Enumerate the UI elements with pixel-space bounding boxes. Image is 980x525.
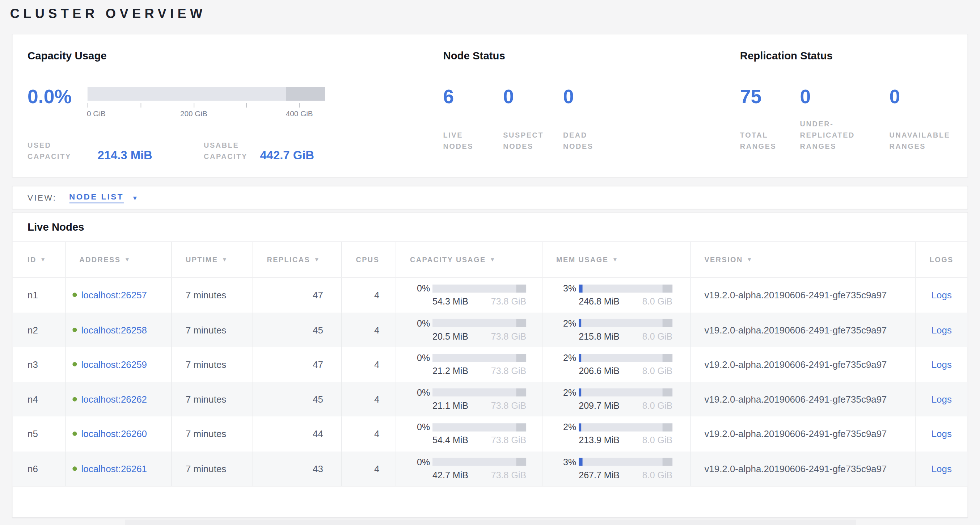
node-id: n4 [13, 381, 65, 416]
table-header-row: ID▼ ADDRESS▼ UPTIME▼ REPLICAS▼ CPUS CAPA… [13, 241, 968, 278]
node-version: v19.2.0-alpha.20190606-2491-gfe735c9a97 [690, 313, 915, 347]
sort-caret-icon: ▼ [124, 256, 131, 263]
node-live-status-icon [72, 466, 77, 471]
node-id: n1 [13, 278, 65, 313]
logs-link[interactable]: Logs [932, 428, 952, 439]
cluster-overview-page: CLUSTER OVERVIEW Capacity Usage 0.0% [0, 0, 980, 525]
capacity-bar-reserved-segment [286, 87, 325, 101]
capacity-bar-track [88, 87, 325, 101]
column-header-address[interactable]: ADDRESS▼ [65, 242, 172, 277]
node-mem-usage: 2% 209.7 MiB8.0 GiB [542, 381, 690, 416]
mem-usage-bar [579, 388, 672, 396]
capacity-axis: 0 GiB 200 GiB 400 GiB [88, 101, 325, 126]
node-live-status-icon [72, 362, 77, 366]
sort-caret-icon: ▼ [746, 256, 753, 263]
node-mem-usage: 3% 267.7 MiB8.0 GiB [542, 451, 690, 486]
live-nodes-table: ID▼ ADDRESS▼ UPTIME▼ REPLICAS▼ CPUS CAPA… [13, 241, 968, 487]
node-replicas: 45 [253, 313, 341, 347]
logs-link[interactable]: Logs [932, 290, 952, 300]
node-status-heading: Node Status [443, 49, 632, 63]
suspect-nodes-stat: 0 SUSPECT NODES [503, 87, 563, 152]
logs-link[interactable]: Logs [932, 394, 952, 404]
column-header-capacity-usage[interactable]: CAPACITY USAGE▼ [396, 242, 542, 277]
sort-caret-icon: ▼ [612, 256, 619, 263]
node-cpus: 4 [341, 451, 396, 486]
column-header-uptime[interactable]: UPTIME▼ [171, 242, 253, 277]
capacity-used-percent: 0.0% [27, 87, 88, 126]
sort-caret-icon: ▼ [490, 256, 496, 263]
dead-nodes-stat: 0 DEAD NODES [563, 87, 632, 152]
logs-link[interactable]: Logs [932, 463, 952, 474]
node-capacity-usage: 0% 20.5 MiB73.8 GiB [396, 313, 542, 347]
node-live-status-icon [72, 397, 77, 401]
node-capacity-usage: 0% 54.3 MiB73.8 GiB [396, 278, 542, 313]
node-version: v19.2.0-alpha.20190606-2491-gfe735c9a97 [690, 381, 915, 416]
node-replicas: 44 [253, 416, 341, 451]
node-replicas: 47 [253, 347, 341, 382]
capacity-usage-bar [433, 423, 526, 431]
node-address-link[interactable]: localhost:26258 [81, 324, 147, 335]
node-cpus: 4 [341, 381, 396, 416]
mem-usage-bar [579, 319, 672, 327]
node-version: v19.2.0-alpha.20190606-2491-gfe735c9a97 [690, 278, 915, 313]
node-version: v19.2.0-alpha.20190606-2491-gfe735c9a97 [690, 451, 915, 486]
column-header-mem-usage[interactable]: MEM USAGE▼ [542, 242, 690, 277]
axis-tick-label: 0 GiB [87, 109, 106, 118]
view-selector-dropdown[interactable]: NODE LIST ▼ [69, 192, 138, 203]
used-capacity-label: USED CAPACITY [27, 139, 97, 162]
node-id: n6 [13, 451, 65, 486]
column-header-cpus[interactable]: CPUS [341, 242, 396, 277]
node-uptime: 7 minutes [171, 278, 253, 313]
node-capacity-usage: 0% 21.2 MiB73.8 GiB [396, 347, 542, 382]
total-ranges-stat: 75 TOTAL RANGES [740, 87, 800, 152]
node-cpus: 4 [341, 313, 396, 347]
sort-caret-icon: ▼ [314, 256, 321, 263]
capacity-usage-bar [433, 388, 526, 396]
node-version: v19.2.0-alpha.20190606-2491-gfe735c9a97 [690, 416, 915, 451]
below-fold-shadow [125, 520, 856, 525]
capacity-usage-bar [433, 458, 526, 466]
node-id: n3 [13, 347, 65, 382]
node-uptime: 7 minutes [171, 347, 253, 382]
column-header-id[interactable]: ID▼ [13, 242, 65, 277]
node-cpus: 4 [341, 416, 396, 451]
node-live-status-icon [72, 432, 77, 436]
mem-usage-bar [579, 354, 672, 362]
capacity-usage-bar [433, 354, 526, 362]
mem-usage-bar [579, 284, 672, 292]
node-address-link[interactable]: localhost:26261 [81, 463, 147, 474]
capacity-usage-section: Capacity Usage 0.0% 0 GiB 200 GiB [27, 49, 402, 162]
node-capacity-usage: 0% 21.1 MiB73.8 GiB [396, 381, 542, 416]
column-header-logs: LOGS [915, 242, 967, 277]
table-row: n3 localhost:26259 7 minutes 47 4 0% 21.… [13, 347, 968, 382]
node-address-link[interactable]: localhost:26260 [81, 428, 147, 439]
usable-capacity-value: 442.7 GiB [260, 150, 341, 162]
node-mem-usage: 3% 246.8 MiB8.0 GiB [542, 278, 690, 313]
mem-usage-bar [579, 458, 672, 466]
used-capacity-value: 214.3 MiB [97, 150, 179, 162]
logs-link[interactable]: Logs [932, 324, 952, 335]
node-uptime: 7 minutes [171, 451, 253, 486]
node-address-link[interactable]: localhost:26259 [81, 359, 147, 370]
capacity-usage-heading: Capacity Usage [27, 49, 402, 63]
axis-tick-label: 200 GiB [180, 109, 207, 118]
capacity-bar-chart: 0 GiB 200 GiB 400 GiB [88, 87, 325, 126]
replication-status-heading: Replication Status [740, 49, 970, 63]
node-id: n5 [13, 416, 65, 451]
live-nodes-stat: 6 LIVE NODES [443, 87, 503, 152]
summary-panel: Capacity Usage 0.0% 0 GiB 200 GiB [12, 34, 968, 177]
node-uptime: 7 minutes [171, 416, 253, 451]
node-id: n2 [13, 313, 65, 347]
table-row: n1 localhost:26257 7 minutes 47 4 0% 54.… [13, 278, 968, 313]
view-label: VIEW: [27, 193, 56, 203]
column-header-replicas[interactable]: REPLICAS▼ [253, 242, 341, 277]
column-header-version[interactable]: VERSION▼ [690, 242, 915, 277]
node-address-link[interactable]: localhost:26257 [81, 290, 147, 300]
usable-capacity-label: USABLE CAPACITY [204, 139, 260, 162]
node-address-link[interactable]: localhost:26262 [81, 394, 147, 404]
logs-link[interactable]: Logs [932, 359, 952, 370]
under-replicated-ranges-stat: 0 UNDER- REPLICATED RANGES [800, 87, 889, 152]
table-row: n2 localhost:26258 7 minutes 45 4 0% 20.… [13, 313, 968, 347]
sort-caret-icon: ▼ [222, 256, 228, 263]
node-capacity-usage: 0% 54.4 MiB73.8 GiB [396, 416, 542, 451]
